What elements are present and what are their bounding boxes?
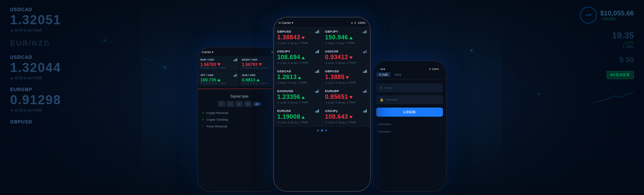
price-usdchf: 0.93412 [325,54,348,61]
pair-usdjpy: USDJPY [277,50,290,53]
bg-right-meta-2: 1.5881 [612,45,634,49]
check-icon-2: ✓ [202,118,204,121]
meta-dashusd: ⏱ 11:53 ⏱ 30 min ⟨⟩ PSAR [277,101,319,104]
bg-right-section-2: 19.35 +1/2% 1.5881 [612,30,634,49]
password-input-placeholder: Password [386,98,397,101]
meta-usdchf: ⏱ 11:53 ⏱ 60 min ⟨⟩ PSAR [325,62,367,64]
price-usdcad: 1.2613 [277,74,297,81]
background-right-data: APR $10,055.66 ↑ HIGHER 19.35 +1/2% 1.58… [503,0,644,195]
center-phone: ▪▪ Carrier ▾ ▾ ✳ 100% GBPUSD [273,17,371,192]
bg-gbpusd-section: GBPUSD [10,119,131,124]
left-card-eurusd: EUR / USD 1.56783 ⏱ 11:53 ⏱ 30 min ⟨⟩ PS… [198,56,239,71]
check-icon-3: ✓ [202,124,204,128]
arrow-gbpusd [301,37,305,39]
password-field[interactable]: 🔒 Password [376,95,443,104]
bg-ticker-3: USDCAD [10,54,131,60]
signal-item-label-3: Forex Reversal [206,125,227,128]
signal-option-60[interactable]: 60 [244,101,252,107]
price-gbpusd: 1.38843 [277,34,300,41]
dashboard-label-1: Dashboard [378,123,391,126]
signal-item-label-2: Crypto Trending [206,118,228,121]
chevron-right-icon-2: › [441,130,442,133]
signal-item-crypto-reversal[interactable]: ✓ Crypto Reversal [202,110,277,116]
signal-usdchf [363,50,367,53]
left-price-4: 0.9813 [242,77,255,82]
bg-meta-3: ▲ 03:45 8 min PSAR [10,76,131,80]
signal-type-section: Signal type 1 5 10 60 All ✓ Crypto Rever… [198,90,281,133]
email-field[interactable]: ✉ E-mail [376,83,443,92]
pair-usdchf: USDCHF [325,50,339,53]
right-phone-content: ●●● ✳ 100% E-mail LKey ✉ E-mail 🔒 Passwo… [373,61,446,191]
dashboard-link-1[interactable]: Dashboard › [376,121,443,128]
signal-item-forex-reversal[interactable]: ✓ Forex Reversal [202,123,277,130]
center-status-icons: ▾ ✳ 100% [351,21,365,25]
card-eurgbp: EURGBP 0.85651 ⏱ 11:53 ⏱ 60 min ⟨⟩ PSAR [322,87,369,106]
right-status-icons: ✳ 100% [429,68,439,71]
right-bluetooth-icon: ✳ [429,68,431,71]
login-tab-lkey[interactable]: LKey [392,72,404,77]
arrow-eurusd [301,116,305,119]
left-pair-2: DASH / USD [242,58,257,61]
arrow-gbpusd2 [346,76,349,79]
left-divider [198,88,281,89]
right-phone: ●●● ✳ 100% E-mail LKey ✉ E-mail 🔒 Passwo… [373,61,447,192]
bg-right-chart-area [593,89,634,107]
card-gbpusd: GBPUSD 1.38843 ⏱ 11:53 ⏱ 30 min ⟨⟩ PSAR [275,28,322,47]
dashboard-link-2[interactable]: Dashboard › [376,128,443,135]
center-nav-dots [274,127,370,134]
check-icon-1: ✓ [202,111,204,115]
right-signal: ●●● [380,68,385,71]
signal-item-label-1: Crypto Reversal [206,111,228,115]
signal-usdjpy [315,50,319,53]
center-phone-content: ▪▪ Carrier ▾ ▾ ✳ 100% GBPUSD [274,17,370,191]
arrow-gbpjpy [349,37,353,39]
left-signal-3 [233,74,237,77]
signal-item-crypto-trending[interactable]: ✓ Crypto Trending [202,116,277,123]
bg-price-1: 1.32051 [10,13,131,27]
signal-option-10[interactable]: 10 [235,101,243,107]
meta-usdjpy: ⏱ 11:53 ⏱ 15 min ⟨⟩ PSAR [277,62,319,64]
bg-right-change-2: +1/2% [612,41,634,45]
card-dashusd: DASHUSD 1.23356 ⏱ 11:53 ⏱ 30 min ⟨⟩ PSAR [275,87,322,106]
apr-section: APR $10,055.66 ↑ HIGHER [580,7,634,25]
chevron-right-icon-1: › [441,123,442,126]
bg-right-value-3: 5 50 [619,55,634,64]
signal-option-5[interactable]: 5 [227,101,234,107]
signal-option-1[interactable]: 1 [218,101,225,107]
bg-right-section-4: HIGHER [607,71,634,79]
nav-dot-3[interactable] [325,129,327,131]
login-button[interactable]: LOGIN [376,108,443,117]
bg-ticker-1: USDCAD [10,7,131,12]
left-card-jpyusd: JPY / USD 100.735 ⏱ 11:53 ⏱ 15 min ⟨⟩ PS… [198,72,239,86]
higher-badge: HIGHER [607,71,634,79]
left-arrow-4 [256,79,260,81]
left-meta-3: ⏱ 11:53 ⏱ 15 min ⟨⟩ PSAR [200,82,237,84]
card-usdcad: USDCAD 1.2613 ⏱ 03:53 ⏱ 5 min ⟨⟩ PSAR [275,67,322,86]
bg-right-section-3: 5 50 [619,55,634,64]
card-gbpusd2: GBPUSD 1.3885 ⏱ 11:53 ⏱ 15 min ⟨⟩ PSAR [322,67,369,86]
left-arrow-1 [217,63,221,66]
bg-ticker-5: GBPUSD [10,119,131,124]
left-price-2: 1.56783 [242,62,258,67]
bg-eurnzd-label: EUR/NZD [10,39,131,48]
nav-dot-1[interactable] [317,129,319,131]
apr-value: $10,055.66 [600,9,634,17]
bg-right-value-2: 19.35 [612,30,634,41]
left-carrier: Carrier ▾ [202,50,214,54]
nav-dot-2[interactable] [321,129,323,131]
price-eurgbp: 0.85651 [325,93,348,101]
center-trading-grid: GBPUSD 1.38843 ⏱ 11:53 ⏱ 30 min ⟨⟩ PSAR [274,27,370,127]
bg-meta-4: ▼ 03:33 8 min PSAR [10,109,131,112]
pair-usdjpy2: USDJPy [325,109,338,113]
login-tab-email[interactable]: E-mail [376,72,390,77]
arrow-usdcad [298,76,301,79]
bg-price-4: 0.91298 [10,93,131,107]
bluetooth-icon: ✳ [354,22,356,25]
signal-all-button[interactable]: All [253,102,261,106]
bg-meta-1: ▲ 03:45 8 min PSAR [10,29,131,32]
bg-price-3: 1.32044 [10,61,131,75]
meta-gbpusd: ⏱ 11:53 ⏱ 30 min ⟨⟩ PSAR [277,42,319,44]
email-icon: ✉ [380,86,382,90]
apr-circle: APR [580,7,597,24]
price-usdjpy: 108.694 [277,54,300,61]
